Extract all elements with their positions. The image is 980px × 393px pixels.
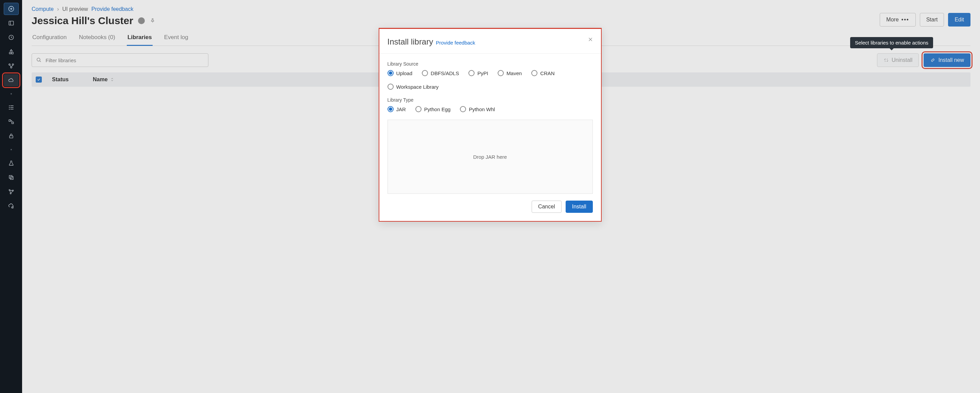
rail-new-button[interactable] — [4, 3, 19, 15]
rail-separator-dot — [11, 93, 12, 94]
unlink-icon — [883, 57, 889, 63]
svg-rect-8 — [9, 120, 11, 121]
install-library-modal: Install library Provide feedback Library… — [379, 28, 602, 222]
modal-title: Install library — [388, 37, 433, 46]
svg-rect-9 — [11, 122, 13, 124]
uninstall-tooltip: Select libraries to enable actions — [850, 37, 933, 48]
tab-eventlog[interactable]: Event log — [164, 34, 189, 46]
flow-icon — [8, 62, 14, 69]
source-maven[interactable]: Maven — [498, 70, 522, 76]
rail-item-compute[interactable] — [4, 74, 19, 86]
svg-rect-10 — [10, 136, 13, 138]
lock-icon — [8, 133, 14, 139]
type-jar[interactable]: JAR — [388, 106, 406, 112]
sort-icon — [110, 77, 115, 82]
source-cran[interactable]: CRAN — [531, 70, 555, 76]
rail-item-data[interactable] — [4, 46, 19, 58]
shapes-icon — [8, 48, 14, 55]
chevron-right-icon: › — [57, 6, 59, 12]
svg-rect-12 — [10, 177, 13, 180]
rail-item-security[interactable] — [4, 130, 19, 142]
cluster-actions: More••• Start Edit — [880, 13, 970, 27]
svg-rect-4 — [11, 53, 13, 54]
cloud-gear-icon — [8, 203, 14, 209]
plus-circle-icon — [8, 5, 14, 12]
rail-item-recents[interactable] — [4, 31, 19, 43]
breadcrumb-feedback-link[interactable]: Provide feedback — [91, 6, 134, 12]
clock-icon — [8, 34, 14, 41]
breadcrumb: Compute › UI preview Provide feedback — [32, 6, 970, 12]
rail-item-models[interactable] — [4, 171, 19, 184]
cluster-status-dot — [138, 18, 145, 24]
column-name[interactable]: Name — [93, 76, 115, 83]
svg-point-5 — [8, 64, 10, 65]
start-button[interactable]: Start — [920, 13, 944, 27]
graph-icon — [8, 188, 14, 195]
library-type-options: JAR Python Egg Python Whl — [388, 106, 593, 112]
page-title: Jessica Hill's Cluster — [32, 15, 133, 27]
library-source-label: Library Source — [388, 61, 593, 67]
rail-item-cloud-settings[interactable] — [4, 200, 19, 212]
svg-point-16 — [11, 207, 13, 208]
rail-item-workspace[interactable] — [4, 17, 19, 29]
rail-item-graph[interactable] — [4, 186, 19, 198]
svg-point-3 — [9, 53, 11, 54]
type-whl[interactable]: Python Whl — [460, 106, 495, 112]
tab-configuration[interactable]: Configuration — [32, 34, 67, 46]
source-dbfs[interactable]: DBFS/ADLS — [422, 70, 459, 76]
flask-icon — [8, 160, 14, 167]
link-icon — [930, 57, 935, 63]
filter-libraries-input[interactable] — [32, 53, 208, 67]
breadcrumb-preview: UI preview — [62, 6, 88, 12]
rail-item-workflows[interactable] — [4, 60, 19, 72]
svg-point-6 — [12, 64, 13, 65]
install-new-button[interactable]: Install new — [924, 53, 970, 67]
svg-point-17 — [37, 58, 40, 61]
rail-item-pipelines[interactable] — [4, 116, 19, 128]
uninstall-button[interactable]: Uninstall — [877, 53, 919, 67]
left-nav-rail — [0, 0, 22, 393]
rail-separator-dot — [11, 149, 12, 150]
type-egg[interactable]: Python Egg — [415, 106, 451, 112]
install-button[interactable]: Install — [566, 200, 593, 213]
jar-dropzone[interactable]: Drop JAR here — [388, 120, 593, 194]
svg-rect-11 — [9, 175, 12, 178]
pin-icon[interactable] — [150, 18, 156, 24]
select-all-checkbox[interactable] — [36, 76, 42, 83]
source-pypi[interactable]: PyPI — [468, 70, 488, 76]
layers-icon — [8, 174, 14, 181]
search-icon — [36, 57, 42, 63]
tab-libraries[interactable]: Libraries — [127, 34, 153, 46]
column-status[interactable]: Status — [52, 76, 83, 83]
sidebar-icon — [8, 20, 14, 27]
breadcrumb-compute[interactable]: Compute — [32, 6, 54, 12]
pipeline-icon — [8, 118, 14, 125]
cancel-button[interactable]: Cancel — [531, 200, 562, 213]
tab-notebooks[interactable]: Notebooks (0) — [78, 34, 116, 46]
source-workspace[interactable]: Workspace Library — [388, 84, 439, 90]
more-button[interactable]: More••• — [880, 13, 915, 27]
svg-point-7 — [10, 67, 11, 68]
close-icon[interactable] — [587, 37, 593, 43]
library-source-options: Upload DBFS/ADLS PyPI Maven CRAN Workspa… — [388, 70, 593, 90]
list-check-icon — [8, 104, 14, 111]
rail-item-jobs[interactable] — [4, 101, 19, 113]
svg-rect-1 — [9, 21, 13, 25]
rail-item-experiments[interactable] — [4, 157, 19, 169]
modal-feedback-link[interactable]: Provide feedback — [436, 40, 475, 46]
dots-icon: ••• — [902, 17, 909, 23]
cloud-icon — [8, 77, 14, 84]
source-upload[interactable]: Upload — [388, 70, 413, 76]
library-type-label: Library Type — [388, 97, 593, 103]
edit-button[interactable]: Edit — [948, 13, 970, 27]
